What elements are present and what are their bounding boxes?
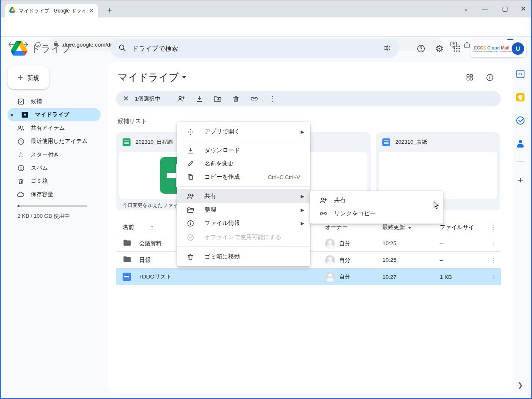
search-options-icon[interactable] <box>383 44 392 54</box>
menu-item-download[interactable]: ダウンロード <box>177 144 310 157</box>
trash-icon[interactable] <box>231 94 241 104</box>
menu-divider <box>177 246 310 247</box>
column-header-menu-icon[interactable]: ⋮ <box>485 224 501 231</box>
sidebar-item-label: 保存容量 <box>31 191 53 198</box>
sidebar-item-shared[interactable]: 共有アイテム <box>7 121 101 135</box>
owner-name: 自分 <box>339 273 350 281</box>
menu-item-make-copy[interactable]: コピーを作成 Ctrl+C Ctrl+V <box>177 170 310 184</box>
offline-check-icon <box>186 234 195 241</box>
share-person-add-icon[interactable] <box>176 94 186 104</box>
owner-name: 自分 <box>339 256 350 264</box>
account-avatar[interactable]: U <box>512 42 524 55</box>
search-input[interactable]: ドライブで検索 <box>111 39 399 58</box>
browser-window: マイドライブ - Google ドライブ ✕ + ⌄ — ▢ ✕ drive.g… <box>0 0 532 399</box>
expand-arrow-icon[interactable]: ▶ <box>11 113 15 117</box>
add-panel-icon[interactable]: + <box>515 175 525 185</box>
file-name: TODOリスト <box>138 273 172 281</box>
sidebar-item-my-drive[interactable]: ▶ マイドライブ <box>7 108 101 121</box>
submenu-arrow-icon: ▶ <box>301 221 304 226</box>
grid-view-toggle-icon[interactable] <box>465 72 475 82</box>
window-maximize-button[interactable]: ▢ <box>495 0 515 17</box>
search-placeholder: ドライブで検索 <box>132 44 377 53</box>
browser-tab[interactable]: マイドライブ - Google ドライブ ✕ <box>5 4 98 18</box>
tasks-icon[interactable] <box>515 116 525 126</box>
menu-item-move-to-trash[interactable]: ゴミ箱に移動 <box>177 250 310 264</box>
my-drive-icon <box>21 111 29 118</box>
tab-title: マイドライブ - Google ドライブ <box>19 7 85 15</box>
move-to-folder-icon[interactable] <box>213 94 223 104</box>
people-icon <box>17 124 25 132</box>
download-icon <box>186 147 195 155</box>
menu-item-rename[interactable]: 名前を変更 <box>177 157 310 170</box>
sidebar-item-trash[interactable]: ゴミ箱 <box>7 175 101 188</box>
row-menu-icon[interactable]: ⋮ <box>485 240 501 247</box>
new-button[interactable]: + 新規 <box>7 66 49 89</box>
clear-selection-icon[interactable]: ✕ <box>123 94 129 103</box>
owner-avatar <box>325 255 335 265</box>
file-card-title: 202310_表紙 <box>395 138 427 146</box>
folder-open-icon <box>186 206 195 214</box>
window-chevron-icon[interactable]: ⌄ <box>456 0 475 17</box>
info-icon[interactable] <box>485 72 495 82</box>
submenu-item-share[interactable]: 共有 <box>310 194 443 207</box>
sidebar-item-label: マイドライブ <box>35 111 69 118</box>
table-row-selected[interactable]: TODOリスト 自分 10:27 1 KB ⋮ <box>116 268 501 285</box>
file-name: 日報 <box>139 256 150 264</box>
menu-item-file-info[interactable]: ファイル情報 ▶ <box>177 217 310 230</box>
window-minimize-button[interactable]: — <box>475 0 495 17</box>
sidebar-item-label: 候補 <box>31 98 42 105</box>
sidebar-item-recent[interactable]: 最近使用したアイテム <box>7 135 101 148</box>
calendar-icon[interactable]: 31 <box>515 69 525 79</box>
column-header-owner[interactable]: オーナー <box>325 224 382 231</box>
submenu-arrow-icon: ▶ <box>301 129 304 135</box>
file-size: – <box>440 240 485 246</box>
column-header-modified[interactable]: 最終更新 <box>382 224 440 231</box>
page-title[interactable]: マイドライブ <box>118 71 186 84</box>
more-actions-icon[interactable]: ⋮ <box>268 94 278 104</box>
modified-time: 10:25 <box>382 257 440 263</box>
account-badge-subtitle: Information Technology Center, The Unive… <box>473 50 510 52</box>
menu-item-open-with[interactable]: アプリで開く ▶ <box>177 124 310 140</box>
folder-icon <box>123 238 132 249</box>
row-menu-icon[interactable]: ⋮ <box>485 273 501 280</box>
sort-ascending-icon[interactable]: ↑ <box>150 224 154 231</box>
menu-item-organize[interactable]: 整理 ▶ <box>177 203 310 217</box>
sidebar-item-starred[interactable]: ☆ スター付き <box>7 148 101 161</box>
sidebar-item-label: 共有アイテム <box>31 124 65 132</box>
hide-panel-chevron-icon[interactable]: ❯ <box>517 381 523 389</box>
cloud-icon <box>17 190 25 199</box>
account-badge[interactable]: ECCS Cloud Mail Information Technology C… <box>470 40 526 57</box>
link-icon[interactable] <box>249 94 259 104</box>
link-icon <box>319 209 328 218</box>
contacts-icon[interactable] <box>515 139 525 149</box>
sheets-icon <box>123 138 131 146</box>
column-header-size[interactable]: ファイルサイ <box>440 224 485 231</box>
sidebar-item-label: ゴミ箱 <box>31 177 48 185</box>
new-tab-button[interactable]: + <box>107 6 112 15</box>
apps-grid-icon[interactable] <box>451 43 462 54</box>
column-header-name[interactable]: 名前 <box>123 224 134 231</box>
row-menu-icon[interactable]: ⋮ <box>485 257 501 264</box>
settings-gear-icon[interactable]: ⚙ <box>434 43 445 54</box>
sidebar-item-storage[interactable]: 保存容量 <box>7 188 101 201</box>
sidebar-item-spam[interactable]: スパム <box>7 161 101 175</box>
keep-icon[interactable] <box>515 92 525 102</box>
file-card-title: 202310_日程調 <box>135 138 173 146</box>
help-icon[interactable] <box>416 43 426 54</box>
share-person-add-icon <box>319 196 328 204</box>
search-icon[interactable] <box>118 44 126 54</box>
drive-logo-icon[interactable] <box>11 41 27 57</box>
owner-avatar <box>325 272 335 282</box>
menu-item-share[interactable]: 共有 ▶ <box>177 189 310 203</box>
menu-divider <box>177 141 310 141</box>
window-close-button[interactable]: ✕ <box>514 0 532 17</box>
folder-icon <box>123 255 132 265</box>
tab-close-icon[interactable]: ✕ <box>89 7 94 15</box>
selection-toolbar: ✕ 1個選択中 ⋮ <box>116 91 501 106</box>
sidebar-item-label: スター付き <box>31 151 59 158</box>
sidebar-item-label: 最近使用したアイテム <box>31 138 88 145</box>
submenu-item-copy-link[interactable]: リンクをコピー <box>310 207 443 220</box>
sidebar-item-suggested[interactable]: 候補 <box>7 95 101 108</box>
download-icon[interactable] <box>195 94 204 104</box>
modified-time: 10:27 <box>382 274 440 280</box>
